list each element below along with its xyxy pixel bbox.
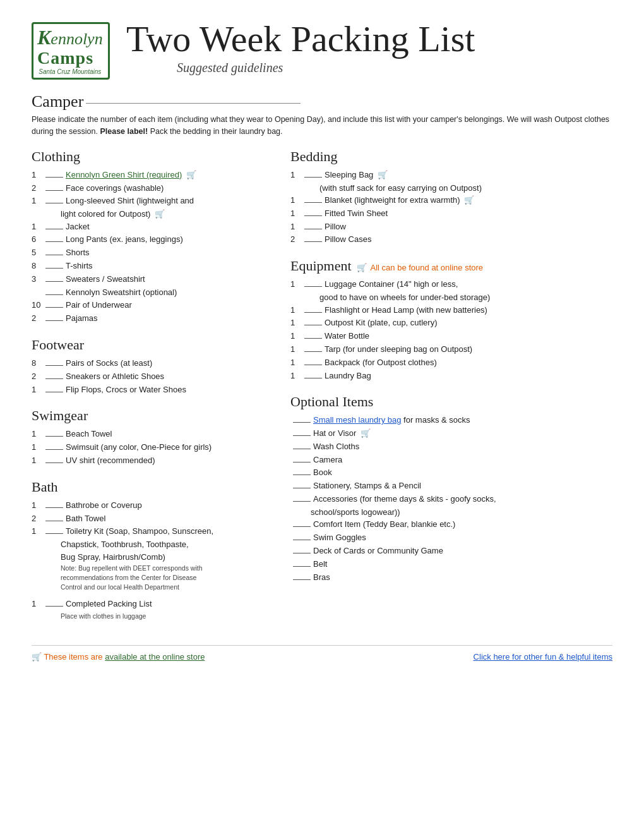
logo-line1: Kennolyn xyxy=(37,27,103,49)
two-column-layout: Clothing 1 Kennolyn Green Shirt (require… xyxy=(32,148,612,632)
list-item: 1 Swimsuit (any color, One-Piece for gir… xyxy=(32,441,271,454)
bedding-section: Bedding 1 Sleeping Bag 🛒 (with stuff sac… xyxy=(290,148,612,246)
list-item: Wash Cloths xyxy=(290,440,612,454)
list-item: 1 UV shirt (recommended) xyxy=(32,454,271,468)
list-item: Accessories (for theme days & skits - go… xyxy=(290,493,612,506)
main-title: Two Week Packing List xyxy=(126,19,612,59)
footwear-heading: Footwear xyxy=(32,337,271,353)
list-item: 1 Outpost Kit (plate, cup, cutlery) xyxy=(290,317,612,330)
sleeping-bag-note: (with stuff sack for easy carrying on Ou… xyxy=(290,182,612,195)
accessories-note: school/sports logowear)) xyxy=(290,506,612,519)
list-item: 1 Tarp (for under sleeping bag on Outpos… xyxy=(290,343,612,356)
equipment-section: Equipment 🛒 All can be found at online s… xyxy=(290,258,612,382)
list-item: 2 Pillow Cases xyxy=(290,233,612,246)
footer-fun-link: Click here for other fun & helpful items xyxy=(474,652,612,662)
clothing-section: Clothing 1 Kennolyn Green Shirt (require… xyxy=(32,148,271,325)
swimgear-heading: Swimgear xyxy=(32,408,271,424)
list-item: 1 Sleeping Bag 🛒 xyxy=(290,169,612,182)
bath-heading: Bath xyxy=(32,479,271,495)
packing-note: Place with clothes in luggage xyxy=(32,612,271,621)
camper-heading: Camper xyxy=(32,92,83,111)
footwear-section: Footwear 8 Pairs of Socks (at least) 2 S… xyxy=(32,337,271,396)
logo-subtitle: Santa Cruz Mountains xyxy=(37,68,103,75)
equipment-store-label: All can be found at online store xyxy=(371,263,484,272)
cart-icon: 🛒 xyxy=(155,208,165,221)
list-item: Hat or Visor 🛒 xyxy=(290,427,612,440)
bedding-heading: Bedding xyxy=(290,148,612,165)
optional-list: Small mesh laundry bag for masks & socks… xyxy=(290,414,612,584)
list-item: 2 Face coverings (washable) xyxy=(32,182,271,195)
list-item: Comfort Item (Teddy Bear, blankie etc.) xyxy=(290,518,612,531)
right-column: Bedding 1 Sleeping Bag 🛒 (with stuff sac… xyxy=(290,148,612,632)
list-item: Kennolyn Sweatshirt (optional) xyxy=(32,286,271,299)
clothing-list: 1 Kennolyn Green Shirt (required) 🛒 2 Fa… xyxy=(32,169,271,325)
fun-items-link[interactable]: Click here for other fun & helpful items xyxy=(474,652,612,662)
left-column: Clothing 1 Kennolyn Green Shirt (require… xyxy=(32,148,271,632)
list-item: 1 Luggage Container (14" high or less, xyxy=(290,278,612,291)
cart-icon: 🛒 xyxy=(464,194,474,207)
footer-cart-note: 🛒 These items are available at the onlin… xyxy=(32,652,205,662)
bath-section: Bath 1 Bathrobe or Coverup 2 Bath Towel … xyxy=(32,479,271,621)
list-item: 1 Flashlight or Head Lamp (with new batt… xyxy=(290,304,612,317)
cart-icon: 🛒 xyxy=(186,169,196,182)
list-item: 1 Beach Towel xyxy=(32,428,271,441)
list-item: 1 Backpack (for Outpost clothes) xyxy=(290,356,612,370)
bath-list: 1 Bathrobe or Coverup 2 Bath Towel 1 Toi… xyxy=(32,499,271,591)
equipment-heading: Equipment 🛒 All can be found at online s… xyxy=(290,258,612,274)
list-item: 2 Sneakers or Athletic Shoes xyxy=(32,370,271,384)
cart-icon: 🛒 xyxy=(378,169,388,182)
equipment-list: 1 Luggage Container (14" high or less, g… xyxy=(290,278,612,382)
logo-line2: Camps xyxy=(37,49,103,68)
kennolyn-shirt-link[interactable]: Kennolyn Green Shirt (required) xyxy=(66,170,182,179)
list-item: 8 Pairs of Socks (at least) xyxy=(32,357,271,370)
logo-box: Kennolyn Camps Santa Cruz Mountains xyxy=(32,22,110,80)
logo-area: Kennolyn Camps Santa Cruz Mountains xyxy=(32,22,114,80)
camper-underline xyxy=(86,103,301,104)
toiletry-line2: Chapstick, Toothbrush, Toothpaste, xyxy=(32,538,271,551)
clothing-heading: Clothing xyxy=(32,148,271,165)
cart-icon: 🛒 xyxy=(357,263,367,273)
list-item: 1 Flip Flops, Crocs or Water Shoes xyxy=(32,384,271,397)
list-item: Belt xyxy=(290,558,612,571)
camper-section: Camper Please indicate the number of eac… xyxy=(32,92,612,138)
list-item: 1 Blanket (lightweight for extra warmth)… xyxy=(290,194,612,207)
list-item: 2 Pajamas xyxy=(32,312,271,325)
optional-section: Optional Items Small mesh laundry bag fo… xyxy=(290,394,612,584)
mesh-bag-link[interactable]: Small mesh laundry bag xyxy=(313,415,401,425)
list-item: 1 Laundry Bag xyxy=(290,370,612,383)
footwear-list: 8 Pairs of Socks (at least) 2 Sneakers o… xyxy=(32,357,271,396)
list-item: Swim Goggles xyxy=(290,531,612,545)
list-item: Camera xyxy=(290,454,612,467)
swimgear-list: 1 Beach Towel 1 Swimsuit (any color, One… xyxy=(32,428,271,467)
intro-text: Please indicate the number of each item … xyxy=(32,114,612,138)
list-item: 1 Kennolyn Green Shirt (required) 🛒 xyxy=(32,169,271,182)
title-area: Two Week Packing List Suggested guidelin… xyxy=(126,19,612,75)
list-item: Bras xyxy=(290,571,612,584)
page-header: Kennolyn Camps Santa Cruz Mountains Two … xyxy=(32,19,612,80)
list-item: 1 Jacket xyxy=(32,221,271,234)
list-item: 1 Toiletry Kit (Soap, Shampoo, Sunscreen… xyxy=(32,525,271,538)
subtitle: Suggested guidelines xyxy=(177,61,612,75)
list-item: 1 Pillow xyxy=(290,221,612,234)
list-item: 1 Long-sleeved Shirt (lightweight and xyxy=(32,195,271,208)
list-item: 2 Bath Towel xyxy=(32,512,271,526)
toiletry-note: Note: Bug repellent with DEET correspond… xyxy=(32,564,271,591)
online-store-link[interactable]: available at the online store xyxy=(105,652,205,662)
list-item: 1 Fitted Twin Sheet xyxy=(290,207,612,221)
optional-heading: Optional Items xyxy=(290,394,612,410)
completed-packing: 1 Completed Packing List Place with clot… xyxy=(32,598,271,620)
list-item: Small mesh laundry bag for masks & socks xyxy=(290,414,612,427)
list-item: 6 Long Pants (ex. jeans, leggings) xyxy=(32,233,271,246)
indent-continuation: light colored for Outpost) 🛒 xyxy=(32,208,271,221)
list-item: 5 Shorts xyxy=(32,246,271,260)
list-item: Deck of Cards or Community Game xyxy=(290,545,612,558)
list-item: 1 Water Bottle xyxy=(290,330,612,343)
list-item: 8 T-shirts xyxy=(32,260,271,273)
list-item: Book xyxy=(290,466,612,480)
luggage-note: good to have on wheels for under-bed sto… xyxy=(290,291,612,304)
toiletry-line3: Bug Spray, Hairbrush/Comb) xyxy=(32,551,271,564)
footer-row: 🛒 These items are available at the onlin… xyxy=(32,645,612,662)
cart-icon: 🛒 xyxy=(361,427,371,440)
camper-heading-row: Camper xyxy=(32,92,612,111)
list-item: 3 Sweaters / Sweatshirt xyxy=(32,273,271,286)
